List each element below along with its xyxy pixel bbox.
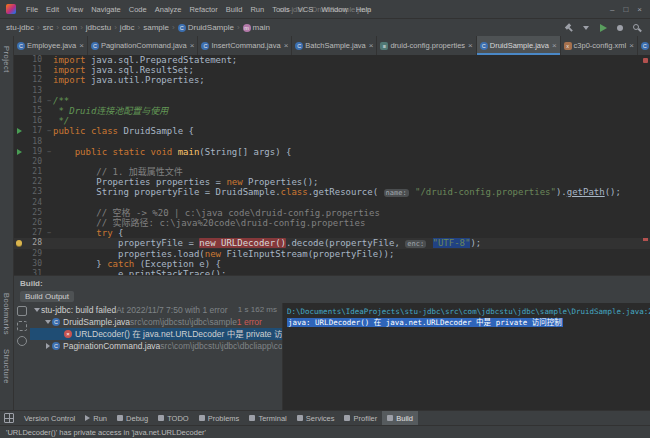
code-line[interactable]: 24 xyxy=(14,198,650,208)
code-line[interactable]: 18 xyxy=(14,137,650,147)
breadcrumb-item[interactable]: jdbc xyxy=(120,23,135,32)
code-line[interactable]: 29 properties.load(new FileInputStream(p… xyxy=(14,249,650,259)
run-icon[interactable] xyxy=(598,23,608,33)
console-line[interactable]: D:\Documents\IdeaProjects\stu-jdbc\src\c… xyxy=(287,306,650,317)
code-line[interactable]: 22 Properties properties = new Propertie… xyxy=(14,177,650,187)
fold-marker[interactable]: − xyxy=(45,147,53,157)
tree-row[interactable]: CDruidSample.java src\com\jdbcstu\jdbc\s… xyxy=(30,316,282,328)
tab-druid-config-properties[interactable]: ≡druid-config.properties× xyxy=(377,36,476,55)
menu-refactor[interactable]: Refactor xyxy=(185,5,221,14)
menu-build[interactable]: Build xyxy=(222,5,247,14)
code-line[interactable]: 12import java.util.Properties; xyxy=(14,75,650,85)
editor[interactable]: 10import java.sql.PreparedStatement;11im… xyxy=(14,55,650,275)
minimize-icon[interactable]: – xyxy=(610,5,614,14)
tree-chevron-icon[interactable] xyxy=(44,320,52,324)
breadcrumb-item[interactable]: jdbcstu xyxy=(86,23,111,32)
build-hammer-icon[interactable] xyxy=(564,23,574,33)
tree-row[interactable]: ×URLDecoder() 在 java.net.URLDecoder 中是 p… xyxy=(30,328,282,340)
tab-insertcommand-java[interactable]: CInsertCommand.java× xyxy=(198,36,292,55)
menu-vcs[interactable]: VCS xyxy=(294,5,317,14)
console-file-link[interactable]: D:\Documents\IdeaProjects\stu-jdbc\src\c… xyxy=(287,307,650,316)
code-line[interactable]: 20 xyxy=(14,157,650,167)
code-line[interactable]: 16 */ xyxy=(14,116,650,126)
tab-paginationcommand-java[interactable]: CPaginationCommand.java× xyxy=(88,36,199,55)
toolwindow-button-version-control[interactable]: Version Control xyxy=(19,411,80,425)
error-stripe-mark[interactable] xyxy=(643,238,648,241)
menu-window[interactable]: Window xyxy=(317,5,352,14)
tab-batchsample-java[interactable]: CBatchSample.java× xyxy=(292,36,377,55)
toolwindow-button-debug[interactable]: Debug xyxy=(112,411,153,425)
close-tab-icon[interactable]: × xyxy=(79,41,84,50)
maximize-icon[interactable]: □ xyxy=(623,5,628,14)
close-icon[interactable]: × xyxy=(637,5,642,14)
build-console[interactable]: D:\Documents\IdeaProjects\stu-jdbc\src\c… xyxy=(282,303,650,410)
toolwindow-button-terminal[interactable]: Terminal xyxy=(244,411,291,425)
tree-chevron-icon[interactable] xyxy=(44,343,52,349)
close-tab-icon[interactable]: × xyxy=(190,41,195,50)
code-line[interactable]: 30 } catch (Exception e) { xyxy=(14,259,650,269)
fold-marker[interactable]: − xyxy=(45,96,53,106)
tree-row[interactable]: stu-jdbc: build failed At 2022/11/7 7:50… xyxy=(30,304,282,316)
toolwindow-switcher-icon[interactable] xyxy=(4,413,14,423)
code-line[interactable]: 25 // 空格 -> %20 | c:\java code\druid-con… xyxy=(14,208,650,218)
run-gutter-icon[interactable] xyxy=(14,128,24,134)
code-line[interactable]: 23 String propertyFile = DruidSample.cla… xyxy=(14,187,650,197)
toolwindow-button-run[interactable]: Run xyxy=(80,411,112,425)
code-line[interactable]: 26 // 实际路径: c:\java%20code\druid-config.… xyxy=(14,218,650,228)
tab-c3p0sample-java[interactable]: CC3P0Sample.java× xyxy=(638,36,650,55)
tab-c3p0-config-xml[interactable]: xc3p0-config.xml× xyxy=(561,36,638,55)
code-line[interactable]: 11import java.sql.ResultSet; xyxy=(14,65,650,75)
breadcrumb-item[interactable]: stu-jdbc xyxy=(6,23,34,32)
fold-marker[interactable]: − xyxy=(45,228,53,238)
menu-code[interactable]: Code xyxy=(125,5,151,14)
code-line[interactable]: 31 e.printStackTrace(); xyxy=(14,269,650,275)
structure-stripe-button[interactable]: Structure xyxy=(2,349,11,384)
tab-build-output[interactable]: Build Output xyxy=(20,291,74,302)
menu-navigate[interactable]: Navigate xyxy=(87,5,125,14)
toolwindow-button-services[interactable]: Services xyxy=(292,411,340,425)
breadcrumb-item[interactable]: sample xyxy=(143,23,169,32)
toolwindow-button-problems[interactable]: Problems xyxy=(194,411,245,425)
run-config-caret-icon[interactable] xyxy=(581,23,591,33)
code-line[interactable]: 15 * Druid连接池配置与使用 xyxy=(14,106,650,116)
tab-druidsample-java[interactable]: CDruidSample.java× xyxy=(477,36,561,55)
debug-icon[interactable] xyxy=(615,23,625,33)
code-line[interactable]: 14−/** xyxy=(14,96,650,106)
bookmarks-stripe-button[interactable]: Bookmarks xyxy=(2,293,11,335)
search-everywhere-icon[interactable] xyxy=(632,23,642,33)
menu-file[interactable]: File xyxy=(22,5,42,14)
breadcrumb-item[interactable]: CDruidSample xyxy=(178,23,234,32)
code-line[interactable]: 27− try { xyxy=(14,228,650,238)
code-line[interactable]: 13 xyxy=(14,86,650,96)
menu-view[interactable]: View xyxy=(63,5,87,14)
close-tab-icon[interactable]: × xyxy=(552,41,557,50)
settings-icon[interactable] xyxy=(17,336,27,346)
filter-icon[interactable] xyxy=(17,306,27,316)
close-tab-icon[interactable]: × xyxy=(629,41,634,50)
menu-help[interactable]: Help xyxy=(352,5,375,14)
tree-row[interactable]: CPaginationCommand.java src\com\jdbcstu\… xyxy=(30,340,282,352)
close-tab-icon[interactable]: × xyxy=(369,41,374,50)
menu-edit[interactable]: Edit xyxy=(42,5,63,14)
close-tab-icon[interactable]: × xyxy=(468,41,473,50)
code-line[interactable]: 21 // 1. 加载属性文件 xyxy=(14,167,650,177)
tree-chevron-icon[interactable] xyxy=(33,308,41,312)
breadcrumb-item[interactable]: src xyxy=(43,23,54,32)
tab-employee-java[interactable]: CEmployee.java× xyxy=(14,36,88,55)
project-stripe-button[interactable]: Project xyxy=(2,46,11,73)
toolwindow-button-build[interactable]: Build xyxy=(382,411,418,425)
toolwindow-button-todo[interactable]: TODO xyxy=(153,411,194,425)
menu-tools[interactable]: Tools xyxy=(268,5,294,14)
fold-marker[interactable]: − xyxy=(45,126,53,136)
breadcrumb-item[interactable]: com xyxy=(62,23,77,32)
code-line[interactable]: 10import java.sql.PreparedStatement; xyxy=(14,55,650,65)
code-line[interactable]: 17−public class DruidSample { xyxy=(14,126,650,136)
console-line[interactable]: java: URLDecoder() 在 java.net.URLDecoder… xyxy=(287,317,650,328)
code-line[interactable]: 28 propertyFile = new URLDecoder().decod… xyxy=(14,238,650,248)
expand-all-icon[interactable] xyxy=(17,321,27,331)
breadcrumb-item[interactable]: mmain xyxy=(243,23,270,32)
toolwindow-button-profiler[interactable]: Profiler xyxy=(339,411,382,425)
run-gutter-icon[interactable] xyxy=(14,149,24,155)
code-line[interactable]: 19− public static void main(String[] arg… xyxy=(14,147,650,157)
menu-run[interactable]: Run xyxy=(246,5,268,14)
